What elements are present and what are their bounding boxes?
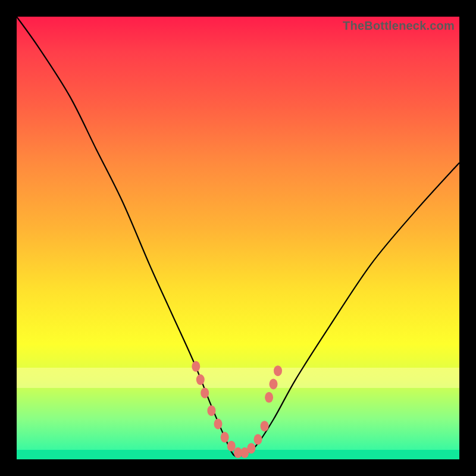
bead-marker	[221, 432, 229, 443]
bead-markers	[192, 361, 282, 458]
bead-marker	[207, 405, 215, 416]
bead-marker	[270, 379, 278, 390]
bead-marker	[265, 392, 273, 403]
chart-frame: TheBottleneck.com	[0, 0, 476, 476]
bead-marker	[192, 361, 200, 372]
bead-marker	[247, 443, 255, 453]
bottleneck-curve	[17, 17, 459, 456]
bead-marker	[201, 387, 209, 398]
curve-svg	[17, 17, 459, 459]
bead-marker	[214, 419, 223, 430]
bead-marker	[261, 421, 269, 431]
bead-marker	[196, 374, 205, 385]
bead-marker	[254, 434, 262, 445]
bead-marker	[227, 441, 236, 452]
bead-marker	[274, 365, 282, 376]
plot-area: TheBottleneck.com	[17, 17, 459, 459]
